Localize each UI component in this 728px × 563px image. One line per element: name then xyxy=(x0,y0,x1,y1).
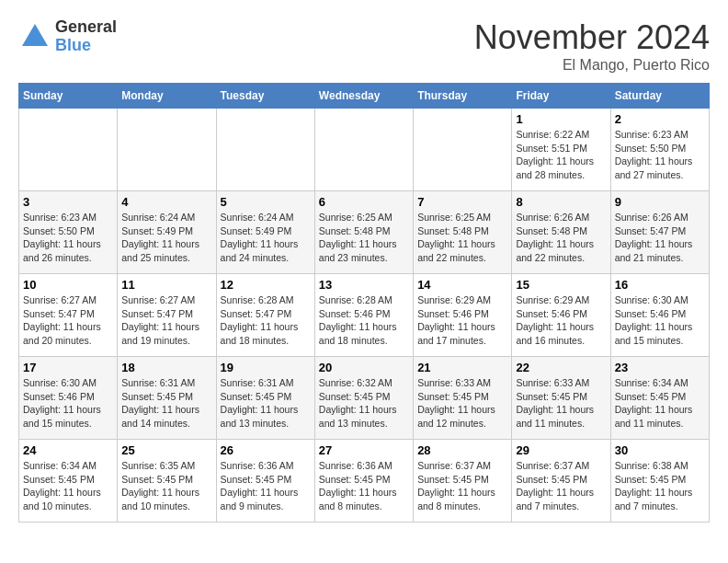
day-number: 28 xyxy=(417,443,507,457)
day-info: Sunrise: 6:34 AM Sunset: 5:45 PM Dayligh… xyxy=(615,376,705,431)
calendar-day-cell xyxy=(216,109,314,191)
day-info: Sunrise: 6:34 AM Sunset: 5:45 PM Dayligh… xyxy=(23,459,113,513)
month-title: November 2024 xyxy=(474,18,710,57)
day-info: Sunrise: 6:26 AM Sunset: 5:48 PM Dayligh… xyxy=(516,211,606,265)
day-number: 2 xyxy=(615,112,705,126)
day-number: 19 xyxy=(221,361,311,374)
calendar-day-cell: 25Sunrise: 6:35 AM Sunset: 5:45 PM Dayli… xyxy=(118,440,216,523)
day-info: Sunrise: 6:25 AM Sunset: 5:48 PM Dayligh… xyxy=(319,211,409,265)
day-info: Sunrise: 6:29 AM Sunset: 5:46 PM Dayligh… xyxy=(516,293,606,348)
day-info: Sunrise: 6:27 AM Sunset: 5:47 PM Dayligh… xyxy=(121,293,211,348)
day-number: 10 xyxy=(23,278,113,292)
calendar-week-row: 1Sunrise: 6:22 AM Sunset: 5:51 PM Daylig… xyxy=(19,109,710,191)
calendar-day-cell: 8Sunrise: 6:26 AM Sunset: 5:48 PM Daylig… xyxy=(512,191,610,274)
day-number: 6 xyxy=(319,195,409,209)
day-info: Sunrise: 6:22 AM Sunset: 5:51 PM Dayligh… xyxy=(516,128,606,182)
day-number: 27 xyxy=(319,443,409,457)
weekday-header-cell: Tuesday xyxy=(216,84,314,109)
calendar-day-cell: 29Sunrise: 6:37 AM Sunset: 5:45 PM Dayli… xyxy=(512,440,610,523)
svg-marker-0 xyxy=(22,24,48,46)
logo-text: General Blue xyxy=(55,18,117,55)
day-number: 14 xyxy=(417,278,507,292)
weekday-header-cell: Saturday xyxy=(610,84,709,109)
day-number: 17 xyxy=(23,361,113,374)
day-number: 7 xyxy=(417,195,507,209)
day-info: Sunrise: 6:30 AM Sunset: 5:46 PM Dayligh… xyxy=(23,376,113,431)
day-number: 15 xyxy=(516,278,606,292)
calendar-day-cell: 21Sunrise: 6:33 AM Sunset: 5:45 PM Dayli… xyxy=(414,357,512,440)
calendar-day-cell: 9Sunrise: 6:26 AM Sunset: 5:47 PM Daylig… xyxy=(610,191,709,274)
calendar-day-cell: 3Sunrise: 6:23 AM Sunset: 5:50 PM Daylig… xyxy=(19,191,118,274)
day-number: 5 xyxy=(221,195,311,209)
day-number: 26 xyxy=(221,443,311,457)
day-number: 3 xyxy=(23,195,113,209)
calendar-day-cell: 24Sunrise: 6:34 AM Sunset: 5:45 PM Dayli… xyxy=(19,440,118,523)
calendar-day-cell: 4Sunrise: 6:24 AM Sunset: 5:49 PM Daylig… xyxy=(118,191,216,274)
calendar-day-cell: 26Sunrise: 6:36 AM Sunset: 5:45 PM Dayli… xyxy=(216,440,314,523)
weekday-header-cell: Sunday xyxy=(19,84,118,109)
calendar-week-row: 10Sunrise: 6:27 AM Sunset: 5:47 PM Dayli… xyxy=(19,274,710,357)
day-info: Sunrise: 6:38 AM Sunset: 5:45 PM Dayligh… xyxy=(615,459,705,513)
day-number: 4 xyxy=(121,195,211,209)
calendar-day-cell xyxy=(19,109,118,191)
day-number: 24 xyxy=(23,443,113,457)
weekday-header-cell: Friday xyxy=(512,84,610,109)
day-number: 16 xyxy=(615,278,705,292)
calendar-day-cell: 18Sunrise: 6:31 AM Sunset: 5:45 PM Dayli… xyxy=(118,357,216,440)
calendar-week-row: 3Sunrise: 6:23 AM Sunset: 5:50 PM Daylig… xyxy=(19,191,710,274)
weekday-header-row: SundayMondayTuesdayWednesdayThursdayFrid… xyxy=(19,84,710,109)
calendar-week-row: 24Sunrise: 6:34 AM Sunset: 5:45 PM Dayli… xyxy=(19,440,710,523)
calendar-day-cell: 19Sunrise: 6:31 AM Sunset: 5:45 PM Dayli… xyxy=(216,357,314,440)
day-info: Sunrise: 6:35 AM Sunset: 5:45 PM Dayligh… xyxy=(121,459,211,513)
calendar-body: 1Sunrise: 6:22 AM Sunset: 5:51 PM Daylig… xyxy=(19,109,710,523)
day-info: Sunrise: 6:36 AM Sunset: 5:45 PM Dayligh… xyxy=(319,459,409,513)
day-number: 22 xyxy=(516,361,606,374)
calendar-day-cell: 23Sunrise: 6:34 AM Sunset: 5:45 PM Dayli… xyxy=(610,357,709,440)
day-info: Sunrise: 6:24 AM Sunset: 5:49 PM Dayligh… xyxy=(121,211,211,265)
calendar-day-cell: 15Sunrise: 6:29 AM Sunset: 5:46 PM Dayli… xyxy=(512,274,610,357)
day-number: 12 xyxy=(221,278,311,292)
day-info: Sunrise: 6:23 AM Sunset: 5:50 PM Dayligh… xyxy=(615,128,705,182)
day-number: 9 xyxy=(615,195,705,209)
day-info: Sunrise: 6:26 AM Sunset: 5:47 PM Dayligh… xyxy=(615,211,705,265)
day-number: 1 xyxy=(516,112,606,126)
calendar-day-cell: 12Sunrise: 6:28 AM Sunset: 5:47 PM Dayli… xyxy=(216,274,314,357)
calendar-day-cell: 27Sunrise: 6:36 AM Sunset: 5:45 PM Dayli… xyxy=(314,440,413,523)
day-info: Sunrise: 6:24 AM Sunset: 5:49 PM Dayligh… xyxy=(221,211,311,265)
weekday-header-cell: Monday xyxy=(118,84,216,109)
day-info: Sunrise: 6:30 AM Sunset: 5:46 PM Dayligh… xyxy=(615,293,705,348)
day-info: Sunrise: 6:31 AM Sunset: 5:45 PM Dayligh… xyxy=(121,376,211,431)
logo-blue-text: Blue xyxy=(55,37,117,55)
calendar-day-cell: 2Sunrise: 6:23 AM Sunset: 5:50 PM Daylig… xyxy=(610,109,709,191)
day-info: Sunrise: 6:25 AM Sunset: 5:48 PM Dayligh… xyxy=(417,211,507,265)
logo: General Blue xyxy=(18,18,117,55)
title-area: November 2024 El Mango, Puerto Rico xyxy=(474,18,710,74)
header: General Blue November 2024 El Mango, Pue… xyxy=(18,18,710,74)
calendar-day-cell: 17Sunrise: 6:30 AM Sunset: 5:46 PM Dayli… xyxy=(19,357,118,440)
calendar-day-cell xyxy=(118,109,216,191)
day-number: 29 xyxy=(516,443,606,457)
calendar-week-row: 17Sunrise: 6:30 AM Sunset: 5:46 PM Dayli… xyxy=(19,357,710,440)
day-number: 13 xyxy=(319,278,409,292)
logo-general-text: General xyxy=(55,18,117,37)
calendar-day-cell: 1Sunrise: 6:22 AM Sunset: 5:51 PM Daylig… xyxy=(512,109,610,191)
calendar-day-cell: 30Sunrise: 6:38 AM Sunset: 5:45 PM Dayli… xyxy=(610,440,709,523)
calendar-day-cell xyxy=(414,109,512,191)
day-number: 18 xyxy=(121,361,211,374)
day-info: Sunrise: 6:31 AM Sunset: 5:45 PM Dayligh… xyxy=(221,376,311,431)
day-number: 11 xyxy=(121,278,211,292)
day-info: Sunrise: 6:37 AM Sunset: 5:45 PM Dayligh… xyxy=(417,459,507,513)
weekday-header-cell: Wednesday xyxy=(314,84,413,109)
day-info: Sunrise: 6:32 AM Sunset: 5:45 PM Dayligh… xyxy=(319,376,409,431)
day-info: Sunrise: 6:37 AM Sunset: 5:45 PM Dayligh… xyxy=(516,459,606,513)
calendar-day-cell: 20Sunrise: 6:32 AM Sunset: 5:45 PM Dayli… xyxy=(314,357,413,440)
calendar-table: SundayMondayTuesdayWednesdayThursdayFrid… xyxy=(18,83,710,523)
calendar-day-cell: 14Sunrise: 6:29 AM Sunset: 5:46 PM Dayli… xyxy=(414,274,512,357)
calendar-day-cell: 13Sunrise: 6:28 AM Sunset: 5:46 PM Dayli… xyxy=(314,274,413,357)
day-info: Sunrise: 6:33 AM Sunset: 5:45 PM Dayligh… xyxy=(417,376,507,431)
calendar-day-cell: 6Sunrise: 6:25 AM Sunset: 5:48 PM Daylig… xyxy=(314,191,413,274)
day-number: 25 xyxy=(121,443,211,457)
calendar-day-cell: 5Sunrise: 6:24 AM Sunset: 5:49 PM Daylig… xyxy=(216,191,314,274)
calendar-day-cell: 10Sunrise: 6:27 AM Sunset: 5:47 PM Dayli… xyxy=(19,274,118,357)
weekday-header-cell: Thursday xyxy=(414,84,512,109)
